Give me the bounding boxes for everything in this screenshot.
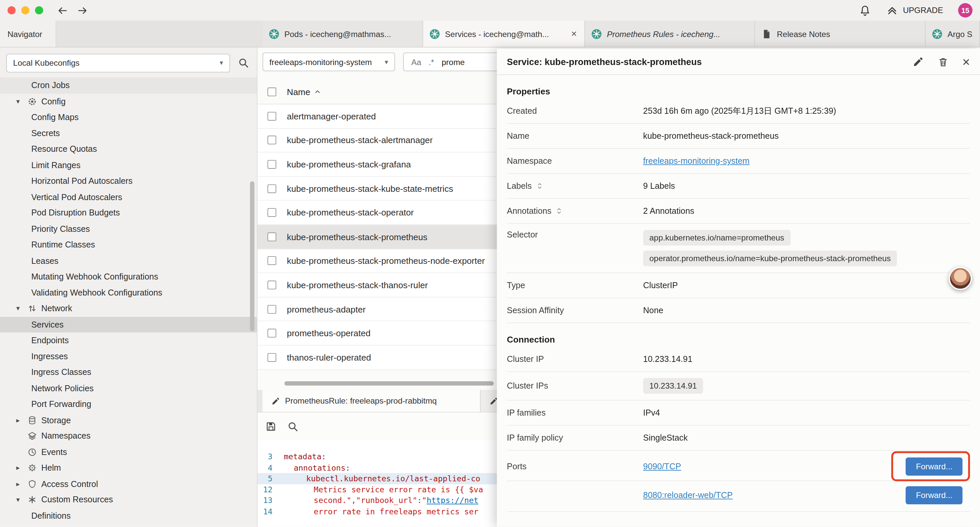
sidebar-item-access-control[interactable]: ▸Access Control: [0, 476, 257, 492]
edit-icon[interactable]: [912, 56, 924, 67]
floating-avatar[interactable]: [949, 267, 972, 290]
sidebar-item-config[interactable]: ▾Config: [0, 93, 257, 110]
sidebar-item-custom-resources[interactable]: ▾Custom Resources: [0, 492, 257, 508]
port-link[interactable]: 9090/TCP: [643, 462, 681, 471]
chevron-down-icon[interactable]: ▾: [16, 97, 28, 105]
sidebar-item-label: Pod Disruption Budgets: [31, 208, 120, 218]
sidebar-item-config-maps[interactable]: Config Maps: [0, 110, 257, 126]
property-label: Name: [507, 131, 643, 140]
trash-icon[interactable]: [937, 56, 949, 67]
sidebar-scrollbar[interactable]: [250, 181, 254, 331]
close-window-button[interactable]: [7, 6, 15, 14]
chevron-right-icon[interactable]: ▸: [16, 416, 28, 424]
namespace-select[interactable]: freeleaps-monitoring-system ▾: [262, 53, 395, 71]
forward-button[interactable]: Forward...: [906, 486, 963, 504]
tab-argo-s[interactable]: Argo S...: [926, 21, 980, 47]
sidebar-item-ingresses[interactable]: Ingresses: [0, 349, 257, 365]
row-checkbox[interactable]: [267, 208, 276, 217]
minimize-window-button[interactable]: [21, 6, 29, 14]
search-icon[interactable]: [237, 57, 250, 69]
property-row-cluster-ip: Cluster IP10.233.14.91: [507, 347, 970, 372]
sidebar-item-mutating-webhook-configurations[interactable]: Mutating Webhook Configurations: [0, 269, 257, 285]
sidebar-item-storage[interactable]: ▸Storage: [0, 412, 257, 428]
sidebar-item-definitions[interactable]: Definitions: [0, 508, 257, 524]
close-tab-icon[interactable]: ×: [570, 28, 578, 39]
chevron-down-icon[interactable]: ▾: [16, 304, 28, 312]
row-checkbox[interactable]: [267, 329, 276, 338]
row-checkbox[interactable]: [267, 305, 276, 314]
search-icon[interactable]: [287, 420, 299, 432]
sidebar-item-port-forwarding[interactable]: Port Forwarding: [0, 396, 257, 412]
property-row-session-affinity: Session AffinityNone: [507, 298, 970, 323]
chevron-right-icon[interactable]: ▸: [16, 464, 28, 472]
sidebar-item-network-policies[interactable]: Network Policies: [0, 380, 257, 396]
sidebar-item-services[interactable]: Services: [0, 317, 257, 333]
sidebar-item-pod-disruption-budgets[interactable]: Pod Disruption Budgets: [0, 205, 257, 221]
close-icon[interactable]: ×: [963, 55, 970, 68]
chevron-down-icon[interactable]: ▾: [16, 496, 28, 504]
sidebar-item-label: Config: [41, 97, 66, 106]
notification-count-badge[interactable]: 15: [958, 3, 972, 18]
asterisk-icon: [27, 495, 41, 504]
forward-icon[interactable]: [77, 5, 88, 16]
tab-release-notes[interactable]: Release Notes: [755, 21, 926, 47]
notifications-bell-icon[interactable]: [859, 4, 871, 16]
tab-prometheus-rules-icecheng[interactable]: Prometheus Rules - icecheng...: [585, 21, 755, 47]
expand-updown-icon[interactable]: [535, 182, 543, 190]
port-link[interactable]: 8080:reloader-web/TCP: [643, 490, 733, 500]
regex-toggle[interactable]: .*: [429, 57, 434, 66]
kubeconfig-select[interactable]: Local Kubeconfigs ▾: [6, 53, 230, 72]
row-checkbox[interactable]: [267, 160, 276, 169]
drawer-body: PropertiesCreated253d 16h 6m ago (2025年1…: [507, 75, 970, 527]
sidebar-item-priority-classes[interactable]: Priority Classes: [0, 221, 257, 237]
property-value: SingleStack: [643, 433, 970, 442]
namespace-link[interactable]: freeleaps-monitoring-system: [643, 156, 749, 166]
column-header-name[interactable]: Name: [287, 87, 322, 97]
sidebar-item-events[interactable]: Events: [0, 444, 257, 460]
sidebar-item-namespaces[interactable]: Namespaces: [0, 428, 257, 444]
property-label: Created: [507, 107, 643, 116]
tab-services-icecheng-math[interactable]: Services - icecheng@math...×: [423, 21, 585, 47]
match-case-toggle[interactable]: Aa: [411, 57, 421, 66]
expand-updown-icon[interactable]: [555, 207, 563, 215]
chevron-right-icon[interactable]: ▸: [16, 480, 28, 488]
edit-icon: [271, 396, 280, 405]
scrollbar-thumb[interactable]: [285, 381, 494, 385]
back-icon[interactable]: [57, 5, 68, 16]
sidebar-item-validating-webhook-configurations[interactable]: Validating Webhook Configurations: [0, 285, 257, 301]
sidebar-item-network[interactable]: ▾Network: [0, 301, 257, 317]
forward-button[interactable]: Forward...: [906, 458, 963, 476]
navigator-panel-tab[interactable]: Navigator: [0, 21, 56, 47]
row-checkbox[interactable]: [267, 280, 276, 289]
sidebar-item-leases[interactable]: Leases: [0, 253, 257, 269]
sidebar-item-ingress-classes[interactable]: Ingress Classes: [0, 364, 257, 380]
row-checkbox[interactable]: [267, 256, 276, 265]
row-checkbox[interactable]: [267, 136, 276, 145]
sidebar-item-vertical-pod-autoscalers[interactable]: Vertical Pod Autoscalers: [0, 189, 257, 205]
row-checkbox[interactable]: [267, 353, 276, 361]
save-icon[interactable]: [265, 420, 277, 432]
sidebar-item-runtime-classes[interactable]: Runtime Classes: [0, 237, 257, 253]
service-name: kube-prometheus-stack-prometheus: [287, 232, 427, 242]
dock-tab-prometheusrule[interactable]: PrometheusRule: freeleaps-prod-rabbitmq: [262, 390, 480, 412]
sidebar-item-helm[interactable]: ▸Helm: [0, 460, 257, 476]
select-all-checkbox[interactable]: [267, 88, 276, 96]
zoom-window-button[interactable]: [35, 6, 43, 14]
port-row: Ports9090/TCPForward...: [507, 453, 970, 481]
sidebar-item-label: Horizontal Pod Autoscalers: [31, 177, 133, 186]
property-row-annotations: Annotations2 Annotations: [507, 199, 970, 224]
sidebar-item-resource-quotas[interactable]: Resource Quotas: [0, 141, 257, 157]
sidebar-item-secrets[interactable]: Secrets: [0, 126, 257, 142]
sidebar-item-endpoints[interactable]: Endpoints: [0, 333, 257, 349]
sidebar-item-limit-ranges[interactable]: Limit Ranges: [0, 157, 257, 173]
sidebar-item-horizontal-pod-autoscalers[interactable]: Horizontal Pod Autoscalers: [0, 173, 257, 189]
sidebar-item-cron-jobs[interactable]: Cron Jobs: [0, 77, 257, 93]
property-row-name: Namekube-prometheus-stack-prometheus: [507, 124, 970, 149]
row-checkbox[interactable]: [267, 112, 276, 120]
service-name: kube-prometheus-stack-operator: [287, 207, 414, 218]
horizontal-scrollbar[interactable]: [262, 381, 497, 386]
upgrade-button[interactable]: UPGRADE: [886, 4, 943, 16]
tab-pods-icecheng-mathmas[interactable]: Pods - icecheng@mathmas...: [262, 21, 423, 47]
row-checkbox[interactable]: [267, 184, 276, 193]
row-checkbox[interactable]: [267, 232, 276, 241]
